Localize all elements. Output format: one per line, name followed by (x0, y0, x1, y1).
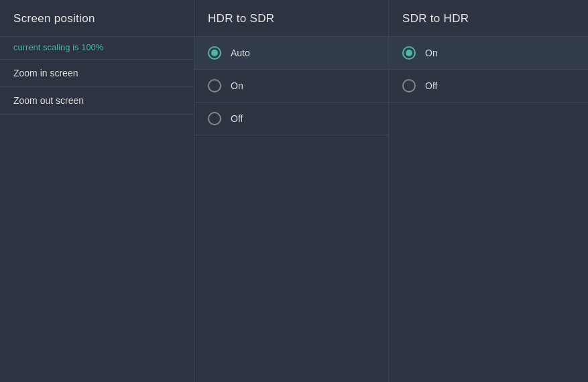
right-panel: SDR to HDR On Off (389, 0, 588, 382)
sdr-hdr-on-option[interactable]: On (389, 37, 588, 69)
middle-panel-divider-3 (194, 135, 388, 135)
left-panel-divider-3 (0, 114, 194, 115)
sdr-hdr-off-option[interactable]: Off (389, 70, 588, 102)
hdr-sdr-on-option[interactable]: On (194, 70, 388, 102)
hdr-sdr-auto-label: Auto (231, 48, 250, 58)
sdr-hdr-on-radio (402, 46, 416, 60)
left-panel: Screen position current scaling is 100% … (0, 0, 194, 382)
hdr-sdr-off-label: Off (231, 113, 243, 124)
middle-panel-title: HDR to SDR (194, 0, 388, 36)
current-scaling-info: current scaling is 100% (0, 37, 194, 59)
sdr-hdr-off-radio (402, 79, 416, 92)
hdr-sdr-auto-option[interactable]: Auto (194, 37, 388, 69)
hdr-sdr-auto-radio (208, 46, 221, 60)
main-container: Screen position current scaling is 100% … (0, 0, 588, 382)
sdr-hdr-on-label: On (425, 48, 438, 58)
left-panel-title: Screen position (0, 0, 194, 36)
zoom-in-item[interactable]: Zoom in screen (0, 60, 194, 86)
zoom-out-item[interactable]: Zoom out screen (0, 87, 194, 114)
middle-panel: HDR to SDR Auto On Off (194, 0, 389, 382)
sdr-hdr-off-label: Off (425, 80, 437, 91)
hdr-sdr-off-radio (208, 112, 221, 125)
right-panel-title: SDR to HDR (389, 0, 588, 36)
right-panel-divider-2 (389, 102, 588, 103)
hdr-sdr-off-option[interactable]: Off (194, 103, 388, 135)
hdr-sdr-on-radio (208, 79, 221, 92)
hdr-sdr-on-label: On (231, 80, 243, 91)
